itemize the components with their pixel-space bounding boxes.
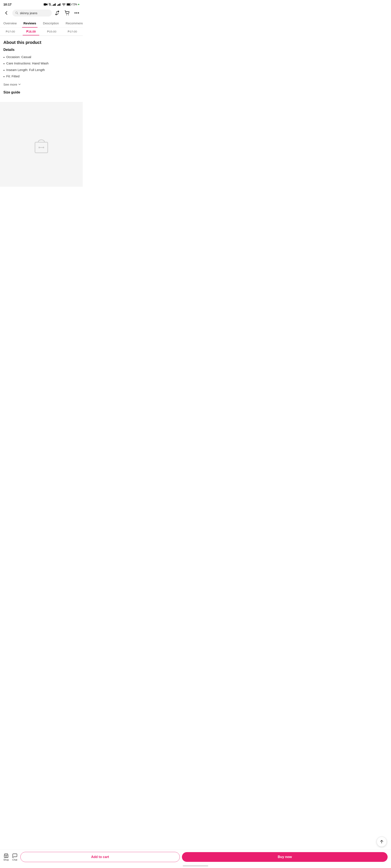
share-button[interactable] bbox=[54, 9, 61, 16]
svg-rect-5 bbox=[55, 3, 56, 6]
svg-rect-0 bbox=[44, 3, 47, 5]
svg-point-17 bbox=[76, 12, 78, 13]
search-icon bbox=[15, 11, 18, 14]
cart-button[interactable] bbox=[64, 9, 70, 16]
mute-icon bbox=[48, 3, 52, 6]
svg-rect-2 bbox=[53, 5, 53, 6]
list-item: Occasion: Casual bbox=[3, 54, 79, 61]
search-bar[interactable] bbox=[12, 9, 52, 17]
list-item: Care Instructions: Hand Wash bbox=[3, 61, 79, 67]
search-input[interactable] bbox=[20, 11, 49, 15]
empty-bag-container bbox=[32, 135, 51, 154]
size-guide-title: Size guide bbox=[3, 91, 79, 94]
svg-rect-8 bbox=[59, 4, 60, 6]
svg-rect-12 bbox=[67, 4, 70, 5]
battery-icon: 72% bbox=[67, 3, 79, 6]
details-label: Details bbox=[3, 48, 79, 52]
price-item-4[interactable]: ₱17.00 bbox=[62, 28, 83, 35]
bag-icon bbox=[32, 135, 51, 154]
detail-list: Occasion: Casual Care Instructions: Hand… bbox=[3, 54, 79, 80]
size-guide-area bbox=[0, 102, 83, 187]
tab-overview[interactable]: Overview bbox=[0, 19, 20, 28]
svg-point-10 bbox=[64, 5, 64, 6]
back-button[interactable] bbox=[3, 9, 10, 17]
svg-point-1 bbox=[50, 5, 50, 6]
price-item-2[interactable]: ₱16.09 bbox=[21, 28, 41, 35]
signal-icon bbox=[53, 3, 56, 6]
svg-rect-7 bbox=[58, 4, 59, 6]
svg-rect-9 bbox=[60, 3, 60, 6]
list-item: Inseam Length: Full Length bbox=[3, 67, 79, 73]
bottom-spacer bbox=[0, 187, 83, 208]
svg-rect-6 bbox=[57, 5, 58, 6]
camera-icon bbox=[44, 3, 48, 6]
svg-point-18 bbox=[78, 12, 79, 13]
nav-icons bbox=[54, 9, 80, 16]
price-item-1[interactable]: ₱17.00 bbox=[0, 28, 21, 35]
svg-point-14 bbox=[66, 14, 67, 15]
svg-rect-4 bbox=[54, 4, 55, 6]
price-item-3[interactable]: ₱15.00 bbox=[41, 28, 62, 35]
product-details-section: About this product Details Occasion: Cas… bbox=[0, 36, 83, 102]
tab-recommendations[interactable]: Recommendations bbox=[62, 19, 83, 28]
top-nav bbox=[0, 8, 83, 19]
status-bar: 10:17 bbox=[0, 0, 83, 8]
signal2-icon bbox=[57, 3, 61, 6]
price-strip: ₱17.00 ₱16.09 ₱15.00 ₱17.00 bbox=[0, 28, 83, 36]
tab-reviews[interactable]: Reviews bbox=[20, 19, 40, 28]
more-button[interactable] bbox=[73, 9, 80, 16]
status-time: 10:17 bbox=[3, 3, 11, 6]
svg-rect-3 bbox=[54, 4, 54, 6]
tab-bar: Overview Reviews Description Recommendat… bbox=[0, 19, 83, 28]
status-icons: 72% bbox=[44, 3, 79, 6]
list-item: Fit: Fitted bbox=[3, 73, 79, 80]
section-title: About this product bbox=[3, 40, 79, 45]
chevron-down-icon bbox=[18, 83, 21, 86]
battery-percent: 72% bbox=[72, 3, 77, 6]
see-more-button[interactable]: See more bbox=[3, 83, 21, 86]
wifi-icon bbox=[62, 3, 66, 6]
svg-point-15 bbox=[68, 14, 69, 15]
tab-description[interactable]: Description bbox=[40, 19, 62, 28]
svg-point-16 bbox=[74, 12, 76, 13]
battery-dot bbox=[78, 4, 79, 5]
